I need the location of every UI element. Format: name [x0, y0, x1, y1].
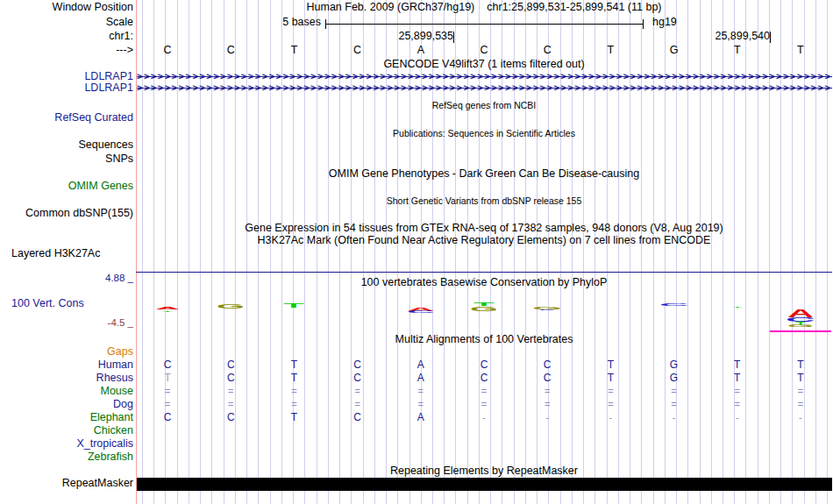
refseq-curated-label[interactable]: RefSeq Curated	[0, 112, 133, 124]
sequence-base: T	[729, 45, 746, 56]
genome-browser-image: Window Position Scale chr1: ---> Human F…	[0, 0, 833, 504]
species-label-dog[interactable]: Dog	[0, 399, 133, 410]
alignment-cell: -	[475, 412, 493, 423]
conservation-logo-letter: G	[217, 302, 245, 309]
repeatmasker-label[interactable]: RepeatMasker	[0, 478, 133, 489]
sequence-base: C	[475, 45, 493, 56]
scale-bar	[325, 24, 644, 25]
coordinate-tick-mark	[770, 32, 771, 43]
alignment-cell: =	[666, 399, 683, 410]
alignment-cell: =	[285, 399, 303, 410]
gene-label-ldlrap1-2[interactable]: LDLRAP1	[0, 82, 133, 94]
conservation-logo-letter: G	[470, 306, 498, 312]
alignment-cell: =	[729, 399, 746, 410]
repeatmasker-element-bar[interactable]	[137, 478, 832, 491]
gene-transcript-arrows[interactable]: >>>>>>>>>>>>>>>>>>>>>>>>>>>>>>>>>>>>>>>>…	[137, 82, 832, 94]
alignment-cell: -	[666, 412, 683, 423]
common-dbsnp-label[interactable]: Common dbSNP(155)	[0, 208, 133, 219]
scale-value: 5 bases	[136, 17, 321, 28]
repeatmasker-track-title: Repeating Elements by RepeatMasker	[136, 465, 832, 477]
alignment-cell: C	[538, 373, 556, 384]
alignment-cell: =	[602, 399, 619, 410]
alignment-cell: =	[792, 399, 809, 410]
alignment-cell: C	[349, 373, 367, 384]
conservation-logo-letter: T	[733, 306, 742, 308]
conservation-track-top-border	[136, 272, 832, 273]
species-label-zebrafish[interactable]: Zebrafish	[0, 451, 133, 463]
alignment-cell: =	[412, 399, 430, 410]
assembly-tag: hg19	[652, 17, 677, 28]
layered-h3k27ac-label[interactable]: Layered H3K27Ac	[0, 248, 133, 259]
sequence-base: A	[412, 45, 430, 56]
strand-direction-label[interactable]: --->	[0, 45, 133, 56]
dbsnp-track-title: Short Genetic Variants from dbSNP releas…	[136, 195, 832, 207]
species-label-human[interactable]: Human	[0, 359, 133, 371]
alignment-cell: -	[602, 412, 619, 423]
refseq-track-title: RefSeq genes from NCBI	[136, 100, 832, 111]
alignment-cell: T	[159, 373, 176, 384]
coordinate-tick-label: 25,899,540	[136, 31, 770, 42]
publications-track-title: Publications: Sequences in Scientific Ar…	[136, 128, 832, 139]
conservation-score-min: -4.5 _	[0, 317, 133, 329]
alignment-cell: C	[349, 359, 367, 371]
alignment-cell: T	[602, 359, 619, 371]
gtex-track-title: Gene Expression in 54 tissues from GTEx …	[136, 223, 832, 234]
genome-assembly-text: Human Feb. 2009 (GRCh37/hg19)	[306, 2, 474, 13]
snps-label[interactable]: SNPs	[0, 153, 133, 165]
sequence-base: C	[349, 45, 367, 56]
species-label-rhesus[interactable]: Rhesus	[0, 373, 133, 384]
scale-label: Scale	[0, 17, 133, 28]
conservation-underline	[770, 330, 831, 332]
sequence-base: T	[792, 45, 809, 56]
alignment-cell: =	[538, 399, 556, 410]
window-position-header: Human Feb. 2009 (GRCh37/hg19) chr1:25,89…	[136, 2, 832, 13]
alignment-cell: T	[792, 359, 809, 371]
alignment-cell: =	[285, 386, 303, 397]
alignment-cell: C	[222, 359, 239, 371]
sequence-base: T	[285, 45, 303, 56]
alignment-cell: =	[349, 386, 367, 397]
alignment-cell: A	[412, 359, 430, 371]
conservation-logo-letter: C	[539, 309, 556, 310]
h3k27ac-track-title: H3K27Ac Mark (Often Found Near Active Re…	[136, 235, 832, 246]
alignment-cell: =	[475, 386, 493, 397]
alignment-cell: =	[792, 386, 809, 397]
species-label-chicken[interactable]: Chicken	[0, 425, 133, 437]
vert-cons-label[interactable]: 100 Vert. Cons	[0, 298, 133, 309]
phylop-track-title: 100 vertebrates Basewise Conservation by…	[136, 277, 832, 288]
alignment-cell: =	[475, 399, 493, 410]
omim-genes-label[interactable]: OMIM Genes	[0, 181, 133, 192]
alignment-cell: C	[475, 359, 493, 371]
alignment-cell: =	[666, 386, 683, 397]
conservation-logo-letter: C	[407, 311, 435, 314]
gencode-track-title: GENCODE V49lift37 (1 items filtered out)	[136, 59, 832, 70]
alignment-cell: T	[285, 373, 303, 384]
species-label-mouse[interactable]: Mouse	[0, 386, 133, 397]
alignment-cell: C	[222, 412, 239, 423]
gene-transcript-arrows[interactable]: >>>>>>>>>>>>>>>>>>>>>>>>>>>>>>>>>>>>>>>>…	[137, 71, 832, 82]
sequence-base: T	[602, 45, 619, 56]
alignment-cell: A	[412, 412, 430, 423]
window-position-label: Window Position	[0, 2, 133, 13]
sequence-base: G	[666, 45, 683, 56]
species-label-gaps[interactable]: Gaps	[0, 346, 133, 358]
sequence-base: C	[538, 45, 556, 56]
alignment-cell: A	[412, 373, 430, 384]
alignment-cell: =	[222, 399, 239, 410]
alignment-cell: T	[285, 359, 303, 371]
sequences-label[interactable]: Sequences	[0, 139, 133, 151]
alignment-cell: C	[538, 359, 556, 371]
species-label-x_tropicalis[interactable]: X_tropicalis	[0, 438, 133, 450]
alignment-cell: =	[159, 399, 176, 410]
chromosome-label: chr1:	[0, 31, 133, 42]
alignment-cell: C	[222, 373, 239, 384]
species-label-elephant[interactable]: Elephant	[0, 412, 133, 423]
alignment-cell: -	[729, 412, 746, 423]
conservation-logo-letter: T	[284, 302, 305, 309]
sequence-base: C	[222, 45, 239, 56]
alignment-cell: =	[222, 386, 239, 397]
sequence-base: C	[159, 45, 176, 56]
omim-track-title: OMIM Gene Phenotypes - Dark Green Can Be…	[136, 168, 832, 180]
alignment-cell: T	[285, 412, 303, 423]
conservation-logo-letter: T	[163, 310, 173, 312]
